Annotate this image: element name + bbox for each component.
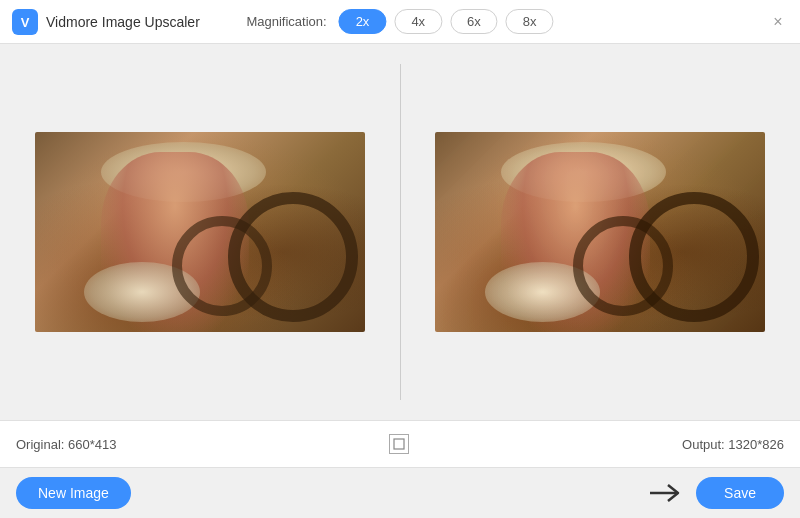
output-panel xyxy=(401,44,801,420)
title-bar-left: V Vidmore Image Upscaler xyxy=(12,9,200,35)
compare-icon xyxy=(393,438,405,450)
original-info: Original: 660*413 xyxy=(16,437,116,452)
compare-button[interactable] xyxy=(389,434,409,454)
info-bar: Original: 660*413 Output: 1320*826 xyxy=(0,420,800,468)
main-content xyxy=(0,44,800,420)
mag-btn-2x[interactable]: 2x xyxy=(339,9,387,34)
close-button[interactable]: × xyxy=(768,12,788,32)
original-panel xyxy=(0,44,400,420)
app-title: Vidmore Image Upscaler xyxy=(46,14,200,30)
output-info: Output: 1320*826 xyxy=(682,437,784,452)
bottom-right-actions: Save xyxy=(648,477,784,509)
arrow-right-icon xyxy=(648,480,684,506)
magnification-label: Magnification: xyxy=(246,14,326,29)
arrow-icon xyxy=(648,480,684,506)
svg-text:V: V xyxy=(21,15,30,30)
bottom-bar: New Image Save xyxy=(0,468,800,518)
title-bar: V Vidmore Image Upscaler Magnification: … xyxy=(0,0,800,44)
mag-btn-8x[interactable]: 8x xyxy=(506,9,554,34)
magnification-control: Magnification: 2x 4x 6x 8x xyxy=(246,9,553,34)
new-image-button[interactable]: New Image xyxy=(16,477,131,509)
output-image xyxy=(435,132,765,332)
save-button[interactable]: Save xyxy=(696,477,784,509)
original-image xyxy=(35,132,365,332)
svg-rect-2 xyxy=(394,439,404,449)
mag-btn-4x[interactable]: 4x xyxy=(394,9,442,34)
app-logo: V xyxy=(12,9,38,35)
mag-btn-6x[interactable]: 6x xyxy=(450,9,498,34)
